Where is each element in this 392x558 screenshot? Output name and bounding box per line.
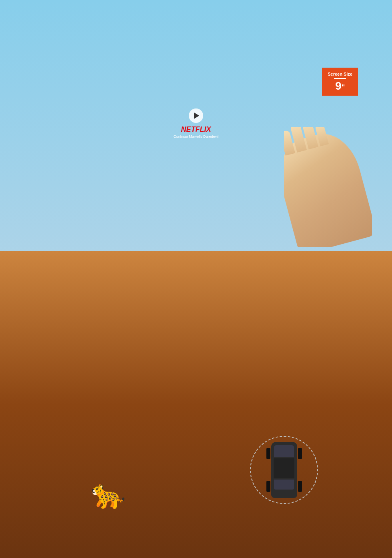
netflix-logo: NETFLIX xyxy=(174,125,218,134)
netflix-content: NETFLIX Continue Marvel's Daredevil xyxy=(174,106,218,138)
cheetah-card: 🐆 Super Fast Response xyxy=(24,424,192,526)
cheetah-image: 🐆 xyxy=(24,424,192,516)
page-container: 2.5D Curved Touch Screen With 2.5D curve… xyxy=(0,0,392,542)
play-triangle-icon xyxy=(194,112,199,119)
cheetah-emoji: 🐆 xyxy=(91,480,126,508)
badge-label: Screen Size xyxy=(328,72,352,76)
ips-section: IPS Full Screen View No light reflecting… xyxy=(0,273,392,542)
netflix-subtitle: Continue Marvel's Daredevil xyxy=(174,134,218,138)
cheetah-scene: 🐆 xyxy=(24,424,192,516)
features-grid: No light reflecting under 360° direct su… xyxy=(24,314,368,526)
play-button[interactable] xyxy=(189,108,203,123)
badge-size: 9" xyxy=(328,80,352,92)
car-top-view xyxy=(248,430,320,510)
screen-size-badge: Screen Size 9" xyxy=(322,68,358,96)
